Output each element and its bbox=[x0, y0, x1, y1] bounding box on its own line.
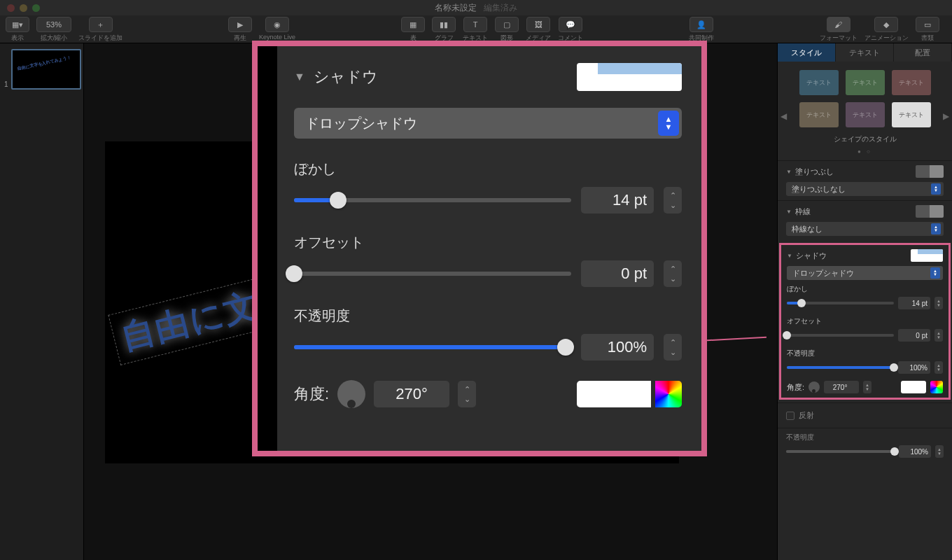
document-button[interactable]: ▭ bbox=[916, 17, 939, 32]
add-slide-label: スライドを追加 bbox=[78, 34, 122, 43]
shadow-preview bbox=[911, 249, 943, 262]
fill-value: 塗りつぶしなし bbox=[792, 184, 846, 195]
text-button[interactable]: T bbox=[463, 17, 487, 32]
callout-blur-stepper[interactable]: ⌃⌄ bbox=[664, 187, 682, 214]
dropdown-arrows-icon: ▲▼ bbox=[930, 267, 940, 279]
slide-text-box[interactable]: 自由に文 bbox=[108, 277, 272, 365]
blur-stepper[interactable]: ▲▼ bbox=[934, 297, 943, 309]
angle-label: 角度: bbox=[787, 382, 804, 393]
view-button[interactable]: ▦▾ bbox=[6, 17, 29, 32]
disclosure-triangle-icon[interactable]: ▼ bbox=[786, 169, 792, 175]
keynote-live-label: Keynote Live bbox=[259, 34, 295, 41]
tab-text[interactable]: テキスト bbox=[836, 43, 894, 62]
object-opacity-value[interactable]: 100% bbox=[899, 445, 931, 458]
callout-blur-value[interactable]: 14 pt bbox=[581, 187, 654, 214]
play-label: 再生 bbox=[234, 34, 246, 43]
shadow-title: シャドウ bbox=[796, 251, 827, 261]
callout-angle-value[interactable]: 270° bbox=[374, 381, 449, 407]
shadow-type-dropdown[interactable]: ドロップシャドウ ▲▼ bbox=[787, 266, 943, 280]
angle-dial[interactable] bbox=[808, 382, 820, 393]
object-opacity-label: 不透明度 bbox=[786, 433, 944, 442]
style-swatch[interactable]: テキスト bbox=[799, 70, 839, 95]
callout-opacity-stepper[interactable]: ⌃⌄ bbox=[664, 334, 682, 360]
style-next-icon[interactable]: ▶ bbox=[943, 111, 949, 121]
reflection-label: 反射 bbox=[799, 410, 814, 421]
shape-styles-label: シェイプのスタイル bbox=[790, 134, 939, 144]
callout-blur-label: ぼかし bbox=[294, 160, 682, 178]
media-button[interactable]: 🖼 bbox=[526, 17, 550, 32]
toolbar: ▦▾ 表示 53% 拡大/縮小 ＋ スライドを追加 ▶ 再生 ◉ Keynote… bbox=[0, 15, 952, 43]
object-opacity-slider[interactable] bbox=[786, 450, 895, 453]
style-swatch[interactable]: テキスト bbox=[892, 70, 931, 95]
style-swatch[interactable]: テキスト bbox=[799, 102, 839, 127]
table-button[interactable]: ▦ bbox=[401, 17, 425, 32]
offset-slider[interactable] bbox=[787, 334, 894, 337]
callout-opacity-value[interactable]: 100% bbox=[581, 334, 654, 360]
add-slide-button[interactable]: ＋ bbox=[89, 17, 113, 32]
callout-shadow-preview bbox=[577, 63, 682, 91]
reflection-checkbox[interactable] bbox=[786, 412, 794, 420]
shadow-color-well[interactable] bbox=[901, 381, 926, 393]
disclosure-triangle-icon[interactable]: ▼ bbox=[294, 71, 305, 83]
fullscreen-window-icon[interactable] bbox=[32, 4, 40, 12]
callout-angle-label: 角度: bbox=[294, 384, 329, 405]
callout-offset-stepper[interactable]: ⌃⌄ bbox=[664, 260, 682, 287]
callout-angle-dial[interactable] bbox=[337, 380, 365, 408]
callout-offset-slider[interactable] bbox=[294, 272, 571, 276]
thumb-text: 自由に文字を入れてみよう！ bbox=[17, 55, 71, 72]
window-subtitle: 編集済み bbox=[484, 2, 517, 14]
format-button[interactable]: 🖌 bbox=[827, 17, 850, 32]
format-inspector: スタイル テキスト 配置 ◀ ▶ テキスト テキスト テキスト テキスト テキス… bbox=[777, 43, 952, 560]
chart-button[interactable]: ▮▮ bbox=[432, 17, 456, 32]
slide-thumbnail[interactable]: 1 自由に文字を入れてみよう！ bbox=[6, 49, 78, 90]
collab-button[interactable]: 👤 bbox=[690, 17, 713, 32]
offset-label: オフセット bbox=[787, 316, 943, 326]
titlebar: 名称未設定 編集済み bbox=[0, 0, 952, 15]
angle-value[interactable]: 270° bbox=[824, 381, 859, 393]
callout-blur-slider[interactable] bbox=[294, 198, 571, 202]
tab-arrange[interactable]: 配置 bbox=[894, 43, 952, 62]
callout-shadow-title: シャドウ bbox=[314, 66, 378, 88]
opacity-value[interactable]: 100% bbox=[898, 361, 930, 374]
callout-color-well[interactable] bbox=[577, 381, 651, 407]
tab-style[interactable]: スタイル bbox=[778, 43, 836, 62]
fill-title: 塗りつぶし bbox=[795, 167, 834, 177]
style-swatch-selected[interactable]: テキスト bbox=[892, 102, 931, 127]
slide-navigator: 1 自由に文字を入れてみよう！ bbox=[0, 43, 84, 560]
fill-dropdown[interactable]: 塗りつぶしなし ▲▼ bbox=[786, 182, 944, 196]
animate-button[interactable]: ◆ bbox=[874, 17, 898, 32]
slide-number: 1 bbox=[4, 80, 8, 88]
format-label: フォーマット bbox=[820, 34, 858, 43]
offset-value[interactable]: 0 pt bbox=[898, 329, 930, 342]
fill-preview bbox=[916, 165, 944, 178]
zoom-button[interactable]: 53% bbox=[36, 17, 71, 32]
callout-shadow-type-dropdown[interactable]: ドロップシャドウ ▲▼ bbox=[294, 108, 682, 139]
callout-offset-value[interactable]: 0 pt bbox=[581, 260, 654, 287]
callout-opacity-slider[interactable] bbox=[294, 345, 571, 349]
border-preview bbox=[916, 205, 944, 218]
callout-angle-stepper[interactable]: ⌃⌄ bbox=[458, 381, 476, 407]
blur-value[interactable]: 14 pt bbox=[898, 297, 930, 309]
object-opacity-stepper[interactable]: ▲▼ bbox=[935, 445, 944, 458]
style-swatch[interactable]: テキスト bbox=[846, 70, 885, 95]
offset-stepper[interactable]: ▲▼ bbox=[934, 329, 943, 342]
border-dropdown[interactable]: 枠線なし ▲▼ bbox=[786, 222, 944, 236]
close-window-icon[interactable] bbox=[7, 4, 15, 12]
color-picker-icon[interactable] bbox=[930, 381, 943, 393]
comment-button[interactable]: 💬 bbox=[559, 17, 582, 32]
minimize-window-icon[interactable] bbox=[20, 4, 27, 12]
angle-stepper[interactable]: ▲▼ bbox=[863, 381, 872, 393]
opacity-stepper[interactable]: ▲▼ bbox=[934, 361, 943, 374]
play-button[interactable]: ▶ bbox=[228, 17, 252, 32]
style-prev-icon[interactable]: ◀ bbox=[780, 111, 787, 121]
callout-offset-label: オフセット bbox=[294, 233, 682, 252]
shape-button[interactable]: ▢ bbox=[495, 17, 519, 32]
style-swatch[interactable]: テキスト bbox=[846, 102, 885, 127]
callout-color-picker-icon[interactable] bbox=[655, 381, 682, 407]
opacity-slider[interactable] bbox=[787, 366, 894, 369]
disclosure-triangle-icon[interactable]: ▼ bbox=[787, 253, 792, 259]
blur-slider[interactable] bbox=[787, 302, 894, 304]
disclosure-triangle-icon[interactable]: ▼ bbox=[786, 209, 792, 215]
window-title: 名称未設定 bbox=[435, 2, 477, 14]
keynote-live-button[interactable]: ◉ bbox=[265, 17, 289, 32]
